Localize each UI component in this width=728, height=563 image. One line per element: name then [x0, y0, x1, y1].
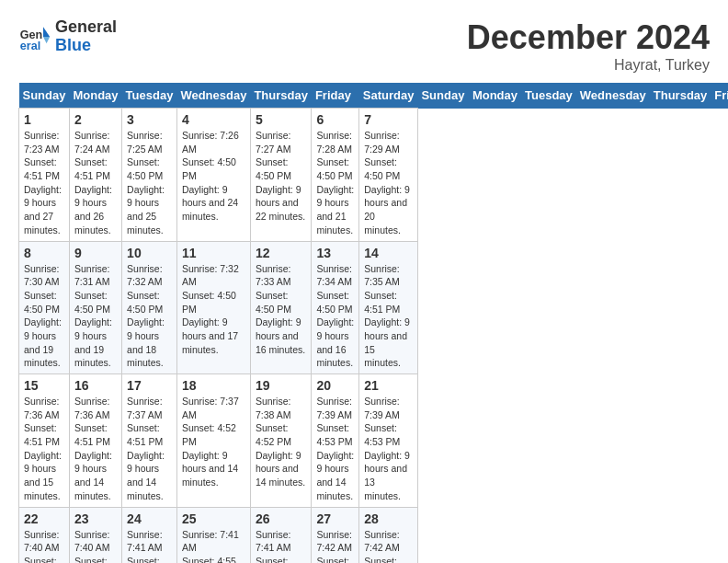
day-info: Sunrise: 7:26 AM Sunset: 4:50 PM Dayligh…	[182, 129, 245, 224]
logo: Gen eral General Blue	[18, 18, 117, 55]
calendar-cell: 16 Sunrise: 7:36 AM Sunset: 4:51 PM Dayl…	[69, 374, 121, 508]
day-number: 27	[316, 511, 354, 526]
day-info: Sunrise: 7:35 AM Sunset: 4:51 PM Dayligh…	[364, 262, 413, 371]
day-number: 28	[364, 511, 413, 526]
calendar-table: SundayMondayTuesdayWednesdayThursdayFrid…	[18, 83, 728, 563]
day-info: Sunrise: 7:38 AM Sunset: 4:52 PM Dayligh…	[256, 395, 307, 489]
calendar-row-0: 1 Sunrise: 7:23 AM Sunset: 4:51 PM Dayli…	[19, 109, 729, 242]
calendar-cell: 1 Sunrise: 7:23 AM Sunset: 4:51 PM Dayli…	[19, 109, 70, 242]
day-number: 10	[127, 246, 172, 260]
day-info: Sunrise: 7:30 AM Sunset: 4:50 PM Dayligh…	[24, 262, 64, 371]
day-info: Sunrise: 7:41 AM Sunset: 4:55 PM Dayligh…	[127, 528, 172, 564]
calendar-row-3: 22 Sunrise: 7:40 AM Sunset: 4:54 PM Dayl…	[19, 507, 729, 563]
calendar-cell: 14 Sunrise: 7:35 AM Sunset: 4:51 PM Dayl…	[359, 241, 418, 374]
calendar-cell: 3 Sunrise: 7:25 AM Sunset: 4:50 PM Dayli…	[122, 109, 177, 242]
logo-line1: General	[55, 18, 117, 37]
day-info: Sunrise: 7:37 AM Sunset: 4:52 PM Dayligh…	[182, 395, 245, 489]
col-header-sunday: Sunday	[417, 83, 468, 109]
col-header-friday: Friday	[711, 83, 728, 109]
day-number: 19	[256, 378, 307, 393]
col-header-friday: Friday	[312, 83, 359, 109]
day-number: 8	[24, 246, 64, 260]
col-header-thursday: Thursday	[250, 83, 312, 109]
day-number: 9	[74, 246, 117, 260]
day-info: Sunrise: 7:24 AM Sunset: 4:51 PM Dayligh…	[74, 129, 117, 237]
svg-marker-3	[43, 37, 50, 43]
day-info: Sunrise: 7:32 AM Sunset: 4:50 PM Dayligh…	[182, 262, 245, 357]
day-number: 16	[74, 378, 117, 393]
col-header-monday: Monday	[469, 83, 521, 109]
calendar-row-2: 15 Sunrise: 7:36 AM Sunset: 4:51 PM Dayl…	[19, 374, 729, 508]
col-header-wednesday: Wednesday	[576, 83, 650, 109]
calendar-cell: 20 Sunrise: 7:39 AM Sunset: 4:53 PM Dayl…	[312, 374, 359, 508]
day-info: Sunrise: 7:36 AM Sunset: 4:51 PM Dayligh…	[74, 395, 117, 503]
day-number: 5	[256, 112, 307, 127]
day-number: 14	[364, 246, 413, 260]
day-number: 1	[24, 112, 64, 127]
day-number: 7	[364, 112, 413, 127]
col-header-sunday: Sunday	[19, 83, 70, 109]
calendar-cell: 26 Sunrise: 7:41 AM Sunset: 4:56 PM Dayl…	[250, 507, 312, 563]
day-info: Sunrise: 7:27 AM Sunset: 4:50 PM Dayligh…	[256, 129, 307, 224]
calendar-cell: 2 Sunrise: 7:24 AM Sunset: 4:51 PM Dayli…	[69, 109, 121, 242]
day-number: 4	[182, 112, 245, 127]
svg-marker-2	[43, 27, 50, 37]
day-info: Sunrise: 7:23 AM Sunset: 4:51 PM Dayligh…	[24, 129, 64, 237]
day-number: 6	[316, 112, 354, 127]
col-header-tuesday: Tuesday	[521, 83, 576, 109]
day-info: Sunrise: 7:37 AM Sunset: 4:51 PM Dayligh…	[127, 395, 172, 503]
day-number: 13	[316, 246, 354, 260]
day-number: 25	[182, 511, 245, 526]
day-info: Sunrise: 7:28 AM Sunset: 4:50 PM Dayligh…	[316, 129, 354, 237]
calendar-cell: 24 Sunrise: 7:41 AM Sunset: 4:55 PM Dayl…	[122, 507, 177, 563]
calendar-header-row: SundayMondayTuesdayWednesdayThursdayFrid…	[19, 83, 729, 109]
calendar-cell: 17 Sunrise: 7:37 AM Sunset: 4:51 PM Dayl…	[122, 374, 177, 508]
calendar-cell: 5 Sunrise: 7:27 AM Sunset: 4:50 PM Dayli…	[250, 109, 312, 242]
day-info: Sunrise: 7:33 AM Sunset: 4:50 PM Dayligh…	[256, 262, 307, 357]
calendar-cell: 18 Sunrise: 7:37 AM Sunset: 4:52 PM Dayl…	[176, 374, 250, 508]
title-block: December 2024 Hayrat, Turkey	[467, 18, 710, 74]
day-number: 21	[364, 378, 413, 393]
col-header-thursday: Thursday	[650, 83, 711, 109]
day-info: Sunrise: 7:34 AM Sunset: 4:50 PM Dayligh…	[316, 262, 354, 371]
col-header-monday: Monday	[69, 83, 121, 109]
day-number: 12	[256, 246, 307, 260]
calendar-row-1: 8 Sunrise: 7:30 AM Sunset: 4:50 PM Dayli…	[19, 241, 729, 374]
day-number: 23	[74, 511, 117, 526]
calendar-cell: 21 Sunrise: 7:39 AM Sunset: 4:53 PM Dayl…	[359, 374, 418, 508]
logo-icon: Gen eral	[18, 20, 51, 53]
calendar-cell: 22 Sunrise: 7:40 AM Sunset: 4:54 PM Dayl…	[19, 507, 70, 563]
day-info: Sunrise: 7:40 AM Sunset: 4:54 PM Dayligh…	[24, 528, 64, 564]
calendar-cell: 10 Sunrise: 7:32 AM Sunset: 4:50 PM Dayl…	[122, 241, 177, 374]
calendar-cell: 27 Sunrise: 7:42 AM Sunset: 4:57 PM Dayl…	[312, 507, 359, 563]
calendar-cell: 7 Sunrise: 7:29 AM Sunset: 4:50 PM Dayli…	[359, 109, 418, 242]
day-number: 11	[182, 246, 245, 260]
day-info: Sunrise: 7:39 AM Sunset: 4:53 PM Dayligh…	[316, 395, 354, 503]
calendar-cell: 13 Sunrise: 7:34 AM Sunset: 4:50 PM Dayl…	[312, 241, 359, 374]
col-header-saturday: Saturday	[359, 83, 418, 109]
day-info: Sunrise: 7:36 AM Sunset: 4:51 PM Dayligh…	[24, 395, 64, 503]
day-info: Sunrise: 7:32 AM Sunset: 4:50 PM Dayligh…	[127, 262, 172, 371]
calendar-cell: 15 Sunrise: 7:36 AM Sunset: 4:51 PM Dayl…	[19, 374, 70, 508]
day-info: Sunrise: 7:41 AM Sunset: 4:56 PM Dayligh…	[256, 528, 307, 564]
calendar-cell: 4 Sunrise: 7:26 AM Sunset: 4:50 PM Dayli…	[176, 109, 250, 242]
svg-text:eral: eral	[20, 40, 40, 52]
calendar-cell: 28 Sunrise: 7:42 AM Sunset: 4:57 PM Dayl…	[359, 507, 418, 563]
day-info: Sunrise: 7:42 AM Sunset: 4:57 PM Dayligh…	[316, 528, 354, 564]
calendar-cell: 19 Sunrise: 7:38 AM Sunset: 4:52 PM Dayl…	[250, 374, 312, 508]
day-number: 3	[127, 112, 172, 127]
calendar-cell: 11 Sunrise: 7:32 AM Sunset: 4:50 PM Dayl…	[176, 241, 250, 374]
day-number: 18	[182, 378, 245, 393]
day-info: Sunrise: 7:39 AM Sunset: 4:53 PM Dayligh…	[364, 395, 413, 503]
day-number: 22	[24, 511, 64, 526]
page-header: Gen eral General Blue December 2024 Hayr…	[18, 18, 710, 74]
day-info: Sunrise: 7:25 AM Sunset: 4:50 PM Dayligh…	[127, 129, 172, 237]
calendar-cell: 25 Sunrise: 7:41 AM Sunset: 4:55 PM Dayl…	[176, 507, 250, 563]
day-info: Sunrise: 7:31 AM Sunset: 4:50 PM Dayligh…	[74, 262, 117, 371]
day-info: Sunrise: 7:42 AM Sunset: 4:57 PM Dayligh…	[364, 528, 413, 564]
day-info: Sunrise: 7:29 AM Sunset: 4:50 PM Dayligh…	[364, 129, 413, 237]
day-info: Sunrise: 7:40 AM Sunset: 4:54 PM Dayligh…	[74, 528, 117, 564]
day-number: 24	[127, 511, 172, 526]
calendar-cell: 12 Sunrise: 7:33 AM Sunset: 4:50 PM Dayl…	[250, 241, 312, 374]
month-year-title: December 2024	[467, 18, 710, 57]
